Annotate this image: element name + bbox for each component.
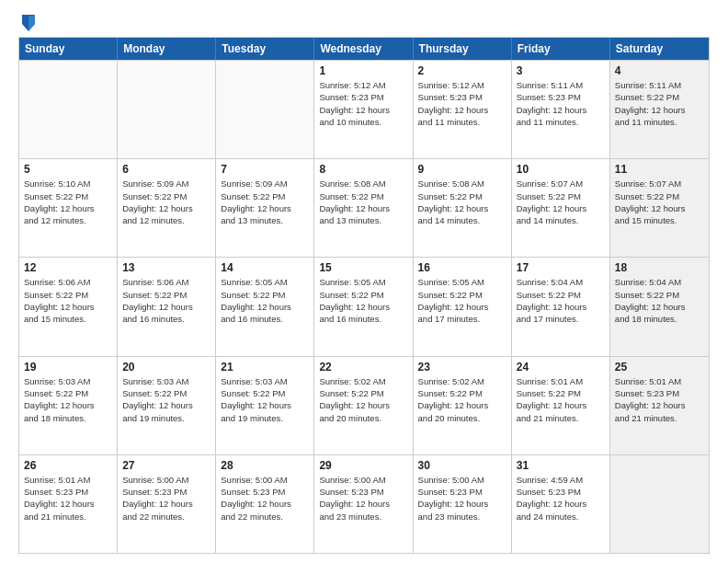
- day-info: Sunrise: 5:01 AM Sunset: 5:23 PM Dayligh…: [24, 474, 112, 523]
- day-number: 18: [615, 261, 704, 274]
- day-number: 4: [615, 64, 704, 77]
- svg-marker-1: [28, 15, 35, 31]
- calendar-cell-empty: [118, 61, 216, 158]
- calendar-cell-day-5: 5Sunrise: 5:10 AM Sunset: 5:22 PM Daylig…: [19, 159, 118, 257]
- day-info: Sunrise: 5:03 AM Sunset: 5:22 PM Dayligh…: [24, 375, 112, 424]
- day-number: 22: [319, 361, 407, 373]
- calendar-cell-day-1: 1Sunrise: 5:12 AM Sunset: 5:23 PM Daylig…: [314, 61, 413, 158]
- day-info: Sunrise: 5:04 AM Sunset: 5:22 PM Dayligh…: [517, 276, 605, 325]
- day-number: 28: [221, 459, 309, 472]
- calendar-cell-day-8: 8Sunrise: 5:08 AM Sunset: 5:22 PM Daylig…: [314, 159, 413, 257]
- day-number: 29: [319, 459, 407, 472]
- day-number: 11: [615, 163, 704, 176]
- calendar-cell-day-19: 19Sunrise: 5:03 AM Sunset: 5:22 PM Dayli…: [19, 357, 118, 454]
- day-info: Sunrise: 5:00 AM Sunset: 5:23 PM Dayligh…: [418, 474, 506, 523]
- calendar-cell-day-29: 29Sunrise: 5:00 AM Sunset: 5:23 PM Dayli…: [314, 455, 413, 553]
- calendar-cell-day-16: 16Sunrise: 5:05 AM Sunset: 5:22 PM Dayli…: [414, 258, 512, 355]
- logo: [18, 17, 37, 29]
- calendar-row-5: 26Sunrise: 5:01 AM Sunset: 5:23 PM Dayli…: [19, 454, 709, 553]
- day-info: Sunrise: 5:11 AM Sunset: 5:22 PM Dayligh…: [615, 79, 704, 128]
- weekday-header-friday: Friday: [512, 38, 610, 60]
- day-info: Sunrise: 5:00 AM Sunset: 5:23 PM Dayligh…: [221, 474, 309, 523]
- weekday-header-sunday: Sunday: [19, 38, 118, 60]
- calendar-cell-day-9: 9Sunrise: 5:08 AM Sunset: 5:22 PM Daylig…: [414, 159, 512, 257]
- day-number: 14: [221, 261, 309, 274]
- day-info: Sunrise: 5:01 AM Sunset: 5:23 PM Dayligh…: [615, 375, 704, 424]
- header: [18, 17, 710, 29]
- day-info: Sunrise: 5:02 AM Sunset: 5:22 PM Dayligh…: [418, 375, 506, 424]
- day-number: 19: [24, 361, 112, 373]
- calendar-row-4: 19Sunrise: 5:03 AM Sunset: 5:22 PM Dayli…: [19, 356, 709, 454]
- day-number: 8: [319, 163, 407, 176]
- day-number: 15: [319, 261, 407, 274]
- calendar-cell-empty: [216, 61, 314, 158]
- calendar-cell-day-14: 14Sunrise: 5:05 AM Sunset: 5:22 PM Dayli…: [216, 258, 314, 355]
- day-info: Sunrise: 5:06 AM Sunset: 5:22 PM Dayligh…: [24, 276, 112, 325]
- day-number: 27: [122, 459, 210, 472]
- day-number: 3: [517, 64, 605, 77]
- calendar-cell-day-27: 27Sunrise: 5:00 AM Sunset: 5:23 PM Dayli…: [118, 455, 216, 553]
- calendar-row-2: 5Sunrise: 5:10 AM Sunset: 5:22 PM Daylig…: [19, 158, 709, 257]
- day-info: Sunrise: 5:00 AM Sunset: 5:23 PM Dayligh…: [319, 474, 407, 523]
- day-info: Sunrise: 5:12 AM Sunset: 5:23 PM Dayligh…: [418, 79, 506, 128]
- day-info: Sunrise: 5:03 AM Sunset: 5:22 PM Dayligh…: [122, 375, 210, 424]
- day-info: Sunrise: 5:05 AM Sunset: 5:22 PM Dayligh…: [418, 276, 506, 325]
- calendar-row-3: 12Sunrise: 5:06 AM Sunset: 5:22 PM Dayli…: [19, 257, 709, 355]
- day-number: 24: [517, 361, 605, 373]
- day-info: Sunrise: 5:03 AM Sunset: 5:22 PM Dayligh…: [221, 375, 309, 424]
- day-info: Sunrise: 5:11 AM Sunset: 5:23 PM Dayligh…: [517, 79, 605, 128]
- day-info: Sunrise: 5:00 AM Sunset: 5:23 PM Dayligh…: [122, 474, 210, 523]
- page: SundayMondayTuesdayWednesdayThursdayFrid…: [0, 0, 728, 563]
- calendar-cell-day-13: 13Sunrise: 5:06 AM Sunset: 5:22 PM Dayli…: [118, 258, 216, 355]
- calendar-cell-day-11: 11Sunrise: 5:07 AM Sunset: 5:22 PM Dayli…: [610, 159, 709, 257]
- calendar-cell-empty: [19, 61, 118, 158]
- day-number: 13: [122, 261, 210, 274]
- day-number: 1: [319, 64, 407, 77]
- calendar-cell-day-6: 6Sunrise: 5:09 AM Sunset: 5:22 PM Daylig…: [118, 159, 216, 257]
- day-number: 31: [517, 459, 605, 472]
- calendar-cell-day-15: 15Sunrise: 5:05 AM Sunset: 5:22 PM Dayli…: [314, 258, 413, 355]
- calendar-cell-day-28: 28Sunrise: 5:00 AM Sunset: 5:23 PM Dayli…: [216, 455, 314, 553]
- weekday-header-monday: Monday: [118, 38, 216, 60]
- day-info: Sunrise: 5:06 AM Sunset: 5:22 PM Dayligh…: [122, 276, 210, 325]
- calendar-cell-day-2: 2Sunrise: 5:12 AM Sunset: 5:23 PM Daylig…: [414, 61, 512, 158]
- calendar-cell-day-12: 12Sunrise: 5:06 AM Sunset: 5:22 PM Dayli…: [19, 258, 118, 355]
- calendar: SundayMondayTuesdayWednesdayThursdayFrid…: [18, 37, 710, 554]
- day-number: 20: [122, 361, 210, 373]
- day-number: 10: [517, 163, 605, 176]
- day-number: 26: [24, 459, 112, 472]
- calendar-cell-empty: [610, 455, 709, 553]
- day-info: Sunrise: 5:09 AM Sunset: 5:22 PM Dayligh…: [122, 178, 210, 226]
- calendar-cell-day-31: 31Sunrise: 4:59 AM Sunset: 5:23 PM Dayli…: [512, 455, 610, 553]
- day-number: 9: [418, 163, 506, 176]
- calendar-cell-day-21: 21Sunrise: 5:03 AM Sunset: 5:22 PM Dayli…: [216, 357, 314, 454]
- weekday-header-tuesday: Tuesday: [216, 38, 314, 60]
- calendar-header: SundayMondayTuesdayWednesdayThursdayFrid…: [19, 38, 709, 60]
- day-info: Sunrise: 5:09 AM Sunset: 5:22 PM Dayligh…: [221, 178, 309, 226]
- day-number: 12: [24, 261, 112, 274]
- day-info: Sunrise: 5:07 AM Sunset: 5:22 PM Dayligh…: [517, 178, 605, 226]
- calendar-cell-day-3: 3Sunrise: 5:11 AM Sunset: 5:23 PM Daylig…: [512, 61, 610, 158]
- day-info: Sunrise: 5:02 AM Sunset: 5:22 PM Dayligh…: [319, 375, 407, 424]
- day-number: 23: [418, 361, 506, 373]
- day-info: Sunrise: 5:04 AM Sunset: 5:22 PM Dayligh…: [615, 276, 704, 325]
- weekday-header-thursday: Thursday: [414, 38, 512, 60]
- day-number: 16: [418, 261, 506, 274]
- day-number: 7: [221, 163, 309, 176]
- calendar-cell-day-23: 23Sunrise: 5:02 AM Sunset: 5:22 PM Dayli…: [414, 357, 512, 454]
- day-number: 21: [221, 361, 309, 373]
- calendar-cell-day-4: 4Sunrise: 5:11 AM Sunset: 5:22 PM Daylig…: [610, 61, 709, 158]
- logo-icon: [20, 13, 37, 33]
- calendar-cell-day-24: 24Sunrise: 5:01 AM Sunset: 5:22 PM Dayli…: [512, 357, 610, 454]
- calendar-cell-day-22: 22Sunrise: 5:02 AM Sunset: 5:22 PM Dayli…: [314, 357, 413, 454]
- calendar-cell-day-10: 10Sunrise: 5:07 AM Sunset: 5:22 PM Dayli…: [512, 159, 610, 257]
- day-info: Sunrise: 5:01 AM Sunset: 5:22 PM Dayligh…: [517, 375, 605, 424]
- calendar-cell-day-30: 30Sunrise: 5:00 AM Sunset: 5:23 PM Dayli…: [414, 455, 512, 553]
- day-info: Sunrise: 5:05 AM Sunset: 5:22 PM Dayligh…: [221, 276, 309, 325]
- day-info: Sunrise: 5:05 AM Sunset: 5:22 PM Dayligh…: [319, 276, 407, 325]
- day-number: 17: [517, 261, 605, 274]
- calendar-cell-day-20: 20Sunrise: 5:03 AM Sunset: 5:22 PM Dayli…: [118, 357, 216, 454]
- day-number: 6: [122, 163, 210, 176]
- day-info: Sunrise: 5:12 AM Sunset: 5:23 PM Dayligh…: [319, 79, 407, 128]
- day-number: 2: [418, 64, 506, 77]
